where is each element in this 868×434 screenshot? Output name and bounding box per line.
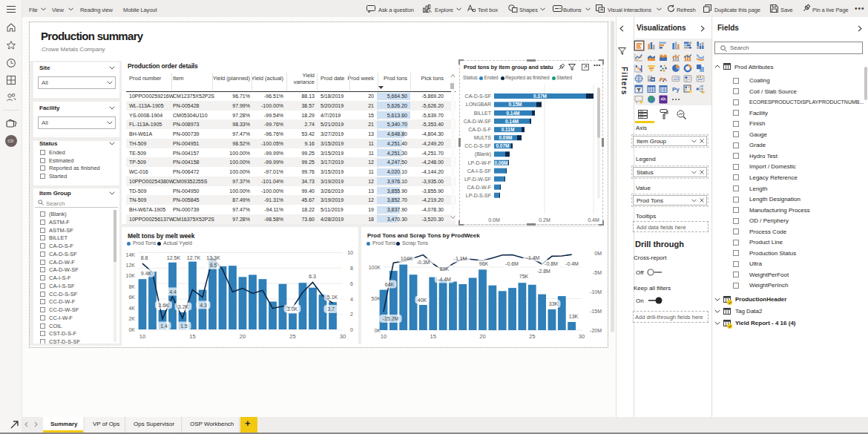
svg-text:9.5: 9.5 xyxy=(210,263,217,268)
svg-text:LP-D-S-SF: LP-D-S-SF xyxy=(466,193,491,198)
svg-text:0.14M: 0.14M xyxy=(506,111,519,116)
svg-text:0.0M: 0.0M xyxy=(488,217,500,223)
svg-text:-4.4M: -4.4M xyxy=(438,277,451,282)
svg-text:1.4: 1.4 xyxy=(160,323,168,329)
svg-text:12.7K: 12.7K xyxy=(187,255,201,260)
svg-text:(Blank): (Blank) xyxy=(475,151,491,157)
svg-text:4.4: 4.4 xyxy=(169,289,177,295)
svg-text:4: 4 xyxy=(350,297,353,302)
svg-text:96K: 96K xyxy=(479,261,489,266)
svg-text:0.11M: 0.11M xyxy=(502,127,515,132)
svg-text:-15M: -15M xyxy=(590,309,602,314)
svg-text:Py: Py xyxy=(672,86,680,93)
svg-text:6.3: 6.3 xyxy=(309,274,316,279)
svg-text:0.06M: 0.06M xyxy=(494,160,507,165)
svg-text:0.2M: 0.2M xyxy=(539,217,550,223)
svg-text:-0.3M: -0.3M xyxy=(417,260,430,265)
svg-text:1.5: 1.5 xyxy=(180,323,188,329)
svg-text:64K: 64K xyxy=(385,282,395,287)
svg-text:-10M: -10M xyxy=(590,289,602,295)
svg-text:8K: 8K xyxy=(128,284,135,289)
svg-text:0.37M: 0.37M xyxy=(533,93,547,99)
svg-text:13K: 13K xyxy=(569,314,579,319)
svg-text:33K: 33K xyxy=(549,301,559,306)
svg-text:0.09M: 0.09M xyxy=(499,135,512,140)
svg-text:8: 8 xyxy=(350,266,353,271)
svg-text:9.4K: 9.4K xyxy=(141,271,152,276)
svg-text:10: 10 xyxy=(139,333,145,340)
svg-text:0.14M: 0.14M xyxy=(505,119,519,124)
svg-text:-0.4M: -0.4M xyxy=(565,261,579,266)
svg-text:89K: 89K xyxy=(440,266,450,272)
svg-text:0.07M: 0.07M xyxy=(496,143,509,148)
svg-text:25: 25 xyxy=(529,333,535,340)
svg-text:6K: 6K xyxy=(128,295,135,300)
svg-text:40K: 40K xyxy=(418,297,427,303)
svg-text:0M: 0M xyxy=(594,251,602,256)
svg-text:0: 0 xyxy=(350,327,353,332)
svg-text:BILLET: BILLET xyxy=(474,111,492,116)
svg-text:14K: 14K xyxy=(126,252,136,257)
svg-text:0.4M: 0.4M xyxy=(588,217,599,223)
svg-text:3.6K: 3.6K xyxy=(158,303,169,308)
svg-text:75K: 75K xyxy=(519,274,529,279)
svg-text:3.7: 3.7 xyxy=(327,306,335,312)
svg-text:CA-D-W-SF: CA-D-W-SF xyxy=(464,119,491,124)
svg-text:3.0K: 3.0K xyxy=(287,306,298,312)
svg-text:LP-D-W-SF: LP-D-W-SF xyxy=(464,177,491,182)
svg-text:-0.8M: -0.8M xyxy=(545,261,558,266)
svg-text:12K: 12K xyxy=(126,263,136,268)
svg-text:15: 15 xyxy=(430,333,436,340)
svg-text:MULTS: MULTS xyxy=(474,135,492,140)
svg-text:CA-I-S-SF: CA-I-S-SF xyxy=(467,168,491,174)
svg-text:CA-D-S-F: CA-D-S-F xyxy=(468,127,491,132)
svg-text:6: 6 xyxy=(350,281,353,286)
svg-text:-5M: -5M xyxy=(593,270,602,275)
svg-text:CA-D-W-F: CA-D-W-F xyxy=(467,185,491,190)
svg-text:123: 123 xyxy=(673,77,679,81)
svg-text:LP-D-W-F: LP-D-W-F xyxy=(468,160,491,165)
svg-text:15: 15 xyxy=(189,333,195,340)
svg-text:104K: 104K xyxy=(401,256,413,261)
svg-text:0K: 0K xyxy=(128,327,135,332)
svg-text:50K: 50K xyxy=(372,296,381,301)
svg-text:-0.6M: -0.6M xyxy=(505,261,519,266)
svg-text:12.5K: 12.5K xyxy=(167,255,181,260)
svg-text:13.3K: 13.3K xyxy=(206,255,220,260)
svg-text:-1.1M: -1.1M xyxy=(454,256,467,261)
svg-text:10: 10 xyxy=(347,250,353,255)
svg-text:CC-D-S-SF: CC-D-S-SF xyxy=(464,143,491,148)
svg-text:20: 20 xyxy=(479,333,485,340)
svg-text:10: 10 xyxy=(381,333,387,340)
svg-text:-15.2M: -15.2M xyxy=(383,316,399,321)
svg-text:10K: 10K xyxy=(126,273,136,278)
svg-text:LONGBAR: LONGBAR xyxy=(466,102,491,107)
svg-text:0.15M: 0.15M xyxy=(508,102,522,107)
svg-text:-2.8M: -2.8M xyxy=(537,269,550,274)
svg-text:-1.4M: -1.4M xyxy=(527,255,540,260)
svg-text:CA-D-S-SF: CA-D-S-SF xyxy=(465,93,491,99)
svg-text:25: 25 xyxy=(289,333,295,340)
svg-text:4.3: 4.3 xyxy=(200,303,207,308)
svg-text:8.8: 8.8 xyxy=(141,255,148,260)
svg-text:20: 20 xyxy=(240,333,246,340)
svg-text:2K: 2K xyxy=(128,316,135,321)
svg-text:5.1K: 5.1K xyxy=(327,295,338,300)
svg-text:-20M: -20M xyxy=(590,328,602,333)
svg-text:3.2K: 3.2K xyxy=(178,304,189,309)
svg-text:100K: 100K xyxy=(369,265,381,270)
svg-text:30: 30 xyxy=(579,333,585,340)
svg-text:4K: 4K xyxy=(128,306,135,311)
svg-text:2: 2 xyxy=(350,312,353,317)
svg-text:30: 30 xyxy=(340,333,346,340)
